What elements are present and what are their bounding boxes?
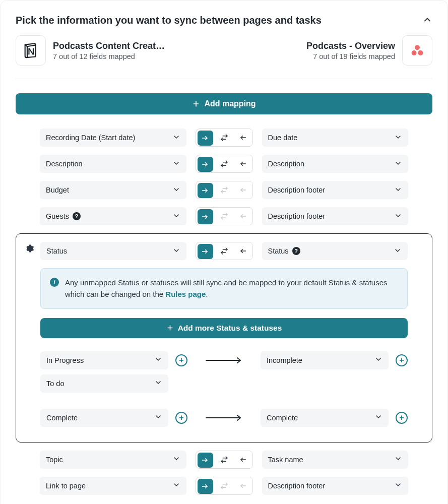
chevron-down-icon — [172, 455, 180, 464]
add-status-value[interactable]: + — [396, 354, 408, 366]
status-info-bar: i Any unmapped Status or statuses will s… — [40, 268, 408, 309]
field-label: Status — [46, 247, 67, 255]
field-select-right[interactable]: Description — [262, 155, 409, 173]
chevron-down-icon — [172, 481, 180, 490]
field-select-left[interactable]: Description — [40, 155, 186, 173]
add-status-value[interactable]: + — [396, 412, 408, 424]
direction-selector[interactable] — [196, 477, 253, 495]
source-right-name: Podcasts - Overview — [306, 40, 395, 52]
mapping-row: TopicTask name — [16, 451, 432, 469]
direction-left — [233, 477, 252, 494]
add-status-value[interactable]: + — [175, 412, 187, 424]
status-label: Incomplete — [267, 356, 302, 364]
gear-icon[interactable] — [25, 244, 34, 255]
source-left-sub: 7 out of 12 fields mapped — [53, 52, 165, 60]
chevron-down-icon — [374, 355, 382, 365]
add-status-value[interactable]: + — [175, 354, 187, 366]
field-select-right[interactable]: Description footer — [262, 207, 409, 225]
source-left-name: Podcasts Content Creat… — [53, 40, 165, 52]
field-select-right[interactable]: Due date — [262, 129, 409, 147]
mappings-list-tail: TopicTask nameLink to pageDescription fo… — [16, 451, 432, 495]
status-select[interactable]: Complete — [261, 409, 389, 427]
chevron-down-icon — [394, 246, 402, 256]
notion-icon — [16, 35, 46, 66]
rules-page-link[interactable]: Rules page — [165, 290, 206, 298]
direction-left[interactable] — [233, 155, 252, 172]
direction-right[interactable] — [198, 131, 213, 146]
info-icon: i — [50, 278, 59, 287]
direction-both[interactable] — [215, 155, 233, 172]
direction-selector[interactable] — [196, 207, 253, 225]
direction-selector[interactable] — [196, 242, 253, 260]
direction-right[interactable] — [198, 453, 213, 468]
field-select-left[interactable]: Budget — [40, 181, 186, 199]
field-select-right[interactable]: Description footer — [262, 181, 409, 199]
add-mapping-button[interactable]: Add mapping — [16, 93, 432, 114]
direction-both[interactable] — [215, 451, 233, 468]
field-select-left[interactable]: Status — [40, 242, 186, 260]
direction-selector[interactable] — [196, 155, 253, 173]
field-select-right[interactable]: Status? — [262, 242, 408, 260]
direction-right[interactable] — [198, 157, 213, 172]
direction-left — [233, 208, 252, 225]
field-select-left[interactable]: Topic — [40, 451, 186, 469]
field-select-right[interactable]: Task name — [262, 451, 409, 469]
status-select[interactable]: In Progress — [40, 351, 168, 369]
chevron-down-icon — [374, 413, 382, 422]
field-select-left[interactable]: Recording Date (Start date) — [40, 129, 186, 147]
chevron-down-icon — [172, 159, 180, 169]
chevron-down-icon — [394, 159, 402, 169]
direction-both[interactable] — [215, 129, 233, 146]
collapse-toggle[interactable] — [422, 15, 432, 26]
direction-left[interactable] — [233, 129, 252, 146]
svg-point-2 — [418, 50, 423, 55]
sync-config-panel: Pick the information you want to sync be… — [0, 0, 448, 504]
source-right: Podcasts - Overview 7 out of 19 fields m… — [306, 35, 432, 66]
maps-to-arrow — [195, 357, 253, 364]
direction-right[interactable] — [198, 209, 213, 224]
source-left-text: Podcasts Content Creat… 7 out of 12 fiel… — [53, 40, 165, 61]
direction-selector[interactable] — [196, 181, 253, 199]
chevron-down-icon — [172, 133, 180, 143]
direction-right[interactable] — [198, 479, 213, 494]
field-label: Due date — [268, 134, 298, 142]
mapping-row: DescriptionDescription — [16, 155, 432, 173]
direction-left[interactable] — [233, 451, 252, 468]
chevron-down-icon — [172, 246, 180, 256]
mapping-row: Guests?Description footer — [16, 207, 432, 225]
status-label: In Progress — [46, 356, 84, 364]
direction-selector[interactable] — [196, 129, 253, 147]
status-info-text: Any unmapped Status or statuses will sti… — [65, 277, 398, 300]
status-select[interactable]: To do — [40, 374, 168, 393]
direction-both — [215, 208, 233, 225]
source-left: Podcasts Content Creat… 7 out of 12 fiel… — [16, 35, 165, 66]
chevron-down-icon — [154, 379, 162, 388]
field-select-left[interactable]: Link to page — [40, 477, 186, 495]
chevron-down-icon — [394, 212, 402, 221]
chevron-down-icon — [154, 355, 162, 365]
status-select[interactable]: Complete — [40, 409, 168, 427]
status-select[interactable]: Incomplete — [261, 351, 389, 369]
status-label: To do — [46, 380, 64, 388]
add-status-button[interactable]: Add more Status & statuses — [40, 318, 408, 338]
field-label: Topic — [46, 456, 63, 464]
maps-to-arrow — [195, 414, 253, 421]
asana-icon — [402, 35, 432, 66]
chevron-down-icon — [154, 413, 162, 422]
source-right-sub: 7 out of 19 fields mapped — [306, 52, 395, 60]
direction-both[interactable] — [215, 242, 233, 260]
help-icon[interactable]: ? — [73, 212, 81, 220]
field-label: Guests? — [46, 212, 81, 220]
help-icon[interactable]: ? — [292, 247, 300, 255]
direction-right[interactable] — [198, 183, 213, 198]
field-select-left[interactable]: Guests? — [40, 207, 186, 225]
direction-left[interactable] — [233, 242, 252, 260]
status-label: Complete — [267, 414, 298, 422]
add-status-label: Add more Status & statuses — [178, 324, 282, 333]
field-select-right[interactable]: Description footer — [262, 477, 409, 495]
direction-left — [233, 181, 252, 199]
direction-right[interactable] — [198, 244, 213, 259]
direction-selector[interactable] — [196, 451, 253, 469]
field-label: Recording Date (Start date) — [46, 134, 135, 142]
field-label: Description footer — [268, 212, 326, 220]
